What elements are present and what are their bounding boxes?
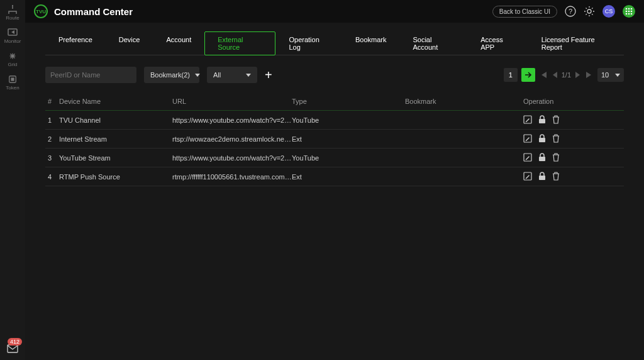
next-page-icon[interactable]	[575, 71, 581, 79]
cell-name: RTMP Push Source	[59, 173, 172, 181]
cell-url: rtmp://ffffff110005661.tvustream.com:610…	[172, 173, 292, 181]
col-operation: Operation	[523, 98, 621, 105]
sidebar-item-grid[interactable]: Grid	[8, 52, 18, 67]
apps-icon[interactable]	[623, 5, 635, 18]
page-title: Command Center	[54, 6, 133, 17]
add-button[interactable]: +	[265, 69, 272, 81]
svg-point-9	[628, 8, 630, 10]
help-icon[interactable]: ?	[565, 6, 576, 17]
mail-badge: 412	[8, 338, 22, 346]
tab-access-app[interactable]: Access APP	[467, 31, 528, 55]
tab-device[interactable]: Device	[106, 31, 153, 55]
arrow-go-icon	[525, 72, 532, 78]
table-row: 1TVU Channelhttps://www.youtube.com/watc…	[45, 111, 624, 130]
delete-icon[interactable]	[552, 134, 560, 144]
sidebar-item-label: Monitor	[4, 38, 21, 44]
tab-preference[interactable]: Preference	[45, 31, 106, 55]
cell-operation	[523, 153, 621, 163]
svg-point-12	[628, 11, 630, 13]
cell-type: Ext	[292, 135, 405, 143]
tabs: PreferenceDeviceAccountExternal SourceOp…	[45, 31, 624, 55]
filter-row: Bookmark(2) All + 1 1/1	[45, 67, 624, 83]
svg-rect-25	[539, 176, 545, 180]
tab-licensed-feature-report[interactable]: Licensed Feature Report	[528, 31, 624, 55]
svg-point-11	[626, 11, 628, 13]
edit-icon[interactable]	[523, 134, 532, 144]
sidebar-item-label: Token	[6, 85, 19, 91]
cell-type: Ext	[292, 173, 405, 181]
chevron-down-icon	[615, 74, 620, 77]
svg-rect-21	[539, 138, 545, 142]
cell-name: TVU Channel	[59, 116, 172, 124]
delete-icon[interactable]	[552, 172, 560, 182]
svg-point-10	[631, 8, 633, 10]
edit-icon[interactable]	[523, 115, 532, 125]
gear-icon[interactable]	[584, 6, 595, 17]
token-icon	[8, 75, 18, 84]
tab-operation-log[interactable]: Operation Log	[275, 31, 341, 55]
svg-point-13	[631, 11, 633, 13]
col-name: Device Name	[59, 98, 172, 105]
edit-icon[interactable]	[523, 153, 532, 163]
chevron-down-icon	[246, 74, 251, 77]
svg-point-16	[631, 13, 633, 15]
chevron-down-icon	[195, 74, 200, 77]
route-icon	[8, 5, 18, 14]
tab-social-account[interactable]: Social Account	[399, 31, 467, 55]
cell-type: YouTube	[292, 116, 405, 124]
page-count: 1/1	[562, 71, 571, 79]
col-type: Type	[292, 98, 405, 105]
table: # Device Name URL Type Bookmark Operatio…	[45, 92, 624, 186]
sidebar-item-label: Route	[6, 15, 19, 21]
col-bookmark: Bookmark	[405, 98, 523, 105]
table-row: 2Internet Streamrtsp://wowzaec2demo.stre…	[45, 130, 624, 149]
lock-icon[interactable]	[538, 115, 546, 125]
go-button[interactable]	[521, 68, 535, 82]
col-num: #	[48, 98, 59, 105]
per-page-select[interactable]: 10	[597, 68, 624, 82]
delete-icon[interactable]	[552, 153, 560, 163]
mail-icon	[7, 344, 18, 353]
delete-icon[interactable]	[552, 115, 560, 125]
svg-point-15	[628, 13, 630, 15]
prev-page-icon[interactable]	[552, 71, 558, 79]
lock-icon[interactable]	[538, 134, 546, 144]
last-page-icon[interactable]	[585, 71, 594, 79]
sidebar-item-token[interactable]: Token	[6, 75, 19, 91]
tab-bookmark[interactable]: Bookmark	[342, 31, 400, 55]
svg-rect-4	[8, 345, 18, 352]
svg-rect-23	[539, 157, 545, 161]
svg-point-7	[587, 9, 591, 13]
cell-url: https://www.youtube.com/watch?v=2v9AiqGc…	[172, 154, 292, 162]
lock-icon[interactable]	[538, 172, 546, 182]
first-page-icon[interactable]	[539, 71, 548, 79]
edit-icon[interactable]	[523, 172, 532, 182]
search-input[interactable]	[50, 71, 137, 79]
tab-external-source[interactable]: External Source	[204, 31, 275, 55]
page-input[interactable]: 1	[504, 68, 518, 82]
bookmark-select[interactable]: Bookmark(2)	[144, 67, 199, 83]
cell-num: 3	[48, 154, 59, 162]
lock-icon[interactable]	[538, 153, 546, 163]
svg-text:?: ?	[569, 8, 572, 15]
cell-operation	[523, 134, 621, 144]
monitor-icon	[8, 28, 18, 37]
back-to-classic-button[interactable]: Back to Classic UI	[492, 6, 557, 18]
type-select[interactable]: All	[207, 67, 257, 83]
sidebar-item-monitor[interactable]: Monitor	[4, 28, 21, 44]
cell-name: YouTube Stream	[59, 154, 172, 162]
svg-point-8	[626, 8, 628, 10]
sidebar-item-route[interactable]: Route	[6, 5, 19, 21]
logo: TVU	[34, 4, 48, 18]
mail-button[interactable]: 412	[0, 344, 25, 355]
avatar[interactable]: CS	[602, 5, 615, 18]
tab-account[interactable]: Account	[153, 31, 204, 55]
left-rail: Route Monitor Grid Token 412	[0, 0, 25, 360]
svg-rect-3	[11, 77, 14, 81]
cell-operation	[523, 115, 621, 125]
cell-url: https://www.youtube.com/watch?v=2v9AiqGc…	[172, 116, 292, 124]
table-row: 4RTMP Push Sourcertmp://ffffff110005661.…	[45, 167, 624, 186]
cell-num: 4	[48, 173, 59, 181]
sidebar-item-label: Grid	[8, 62, 17, 67]
main: TVU Command Center Back to Classic UI ? …	[25, 0, 644, 360]
